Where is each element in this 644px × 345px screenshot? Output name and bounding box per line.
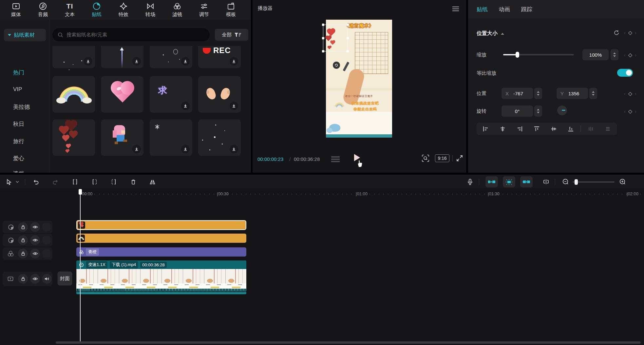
sidebar-item-vip[interactable]: VIP (13, 85, 22, 94)
preview-axis-icon[interactable] (540, 176, 552, 187)
sticker-item-rainbow[interactable] (52, 76, 95, 113)
preview-quality-icon[interactable] (421, 154, 430, 163)
sticker-item-qiu-text[interactable]: 求 (150, 76, 192, 113)
prev-keyframe-icon[interactable]: ‹ (624, 109, 626, 114)
prev-keyframe-icon[interactable]: ‹ (624, 52, 626, 58)
hide-track-button[interactable] (30, 249, 40, 259)
fullscreen-icon[interactable] (456, 154, 464, 162)
sticker-item-pink-heart[interactable] (101, 76, 143, 113)
rotation-value-field[interactable]: 0° (502, 105, 533, 117)
tab-tracking[interactable]: 跟踪 (521, 6, 532, 13)
uniform-scale-toggle[interactable] (617, 69, 633, 77)
next-keyframe-icon[interactable]: › (635, 30, 636, 35)
mute-track-button[interactable] (42, 274, 52, 284)
sticker-item-star-dots[interactable] (198, 119, 241, 156)
download-icon[interactable] (181, 145, 190, 153)
auto-preview-toggle[interactable] (503, 176, 515, 187)
hide-track-button[interactable] (30, 235, 40, 245)
sticker-item-bubbles[interactable] (150, 46, 192, 68)
zoom-in-icon[interactable] (617, 176, 628, 187)
sidebar-item-cover[interactable]: 遮挡 (13, 169, 24, 173)
distribute-vertical-icon[interactable] (600, 124, 615, 134)
keyframe-diamond-icon[interactable]: ◇ (628, 108, 632, 114)
scale-value-field[interactable]: 100% (582, 49, 609, 60)
hamburger-menu-icon[interactable] (452, 7, 459, 11)
slider-thumb[interactable] (575, 179, 578, 185)
next-keyframe-icon[interactable]: › (635, 52, 636, 58)
resize-handle[interactable] (347, 24, 349, 26)
sticker-item-spark[interactable] (150, 119, 192, 156)
keyframe-diamond-icon[interactable]: ◇ (628, 52, 632, 58)
video-preview[interactable]: 《迷宫魔术》 教你一秒破解迷宫魔术 快来挑战迷宫吧 你能走出来吗 (326, 20, 392, 138)
resize-handle[interactable] (322, 24, 324, 26)
sidebar-item-maillard[interactable]: 美拉德 (13, 102, 30, 112)
keyframe-diamond-icon[interactable]: ◇ (628, 29, 632, 36)
select-tool-dropdown-icon[interactable] (14, 176, 21, 187)
nav-media[interactable]: 媒体 (3, 1, 29, 19)
nav-sticker[interactable]: 贴纸 (83, 1, 110, 19)
sticker-item-hearts-cluster[interactable] (52, 119, 95, 156)
filter-clip[interactable]: 青橙 (76, 247, 246, 257)
step-down-icon[interactable] (592, 94, 595, 96)
download-icon[interactable] (132, 145, 141, 153)
scale-stepper[interactable] (611, 49, 618, 60)
filter-all-button[interactable]: 全部 (215, 29, 248, 41)
align-right-icon[interactable] (513, 124, 527, 134)
nav-templates[interactable]: 模板 (218, 1, 244, 19)
nav-audio[interactable]: 音频 (29, 1, 56, 19)
keyframe-control[interactable]: ‹◇› (624, 108, 636, 114)
tab-sticker[interactable]: 贴纸 (477, 6, 488, 13)
keyframe-diamond-icon[interactable]: ◇ (628, 90, 632, 97)
split-button[interactable] (69, 176, 81, 187)
trim-left-button[interactable] (89, 176, 100, 187)
timeline-zoom-slider[interactable] (573, 182, 615, 182)
section-position-size[interactable]: 位置大小 (477, 30, 504, 37)
step-down-icon[interactable] (537, 94, 540, 96)
rotate-handle-icon[interactable] (333, 62, 340, 69)
align-bottom-icon[interactable] (563, 124, 578, 134)
cover-button[interactable]: 封面 (58, 272, 72, 285)
magnetic-snap-toggle[interactable] (485, 176, 498, 187)
next-keyframe-icon[interactable]: › (635, 109, 636, 114)
trim-right-button[interactable] (108, 176, 119, 187)
position-y-field[interactable]: Y 1356 (557, 88, 588, 99)
resize-handle[interactable] (347, 37, 349, 39)
sticker-clip-1-selected[interactable] (76, 220, 246, 230)
sticker-item-pixel-girl[interactable] (101, 119, 143, 156)
playhead-handle[interactable] (79, 189, 82, 195)
position-y-stepper[interactable] (589, 88, 597, 99)
rotation-stepper[interactable] (534, 105, 542, 117)
delete-button[interactable] (128, 176, 139, 187)
sticker-item-heart-hands[interactable] (198, 76, 241, 113)
align-center-vertical-icon[interactable] (547, 124, 561, 134)
link-clips-toggle[interactable] (520, 176, 533, 187)
select-tool-button[interactable] (3, 176, 14, 187)
nav-transitions[interactable]: 转场 (137, 1, 164, 19)
sidebar-section-sticker-material[interactable]: 贴纸素材 (4, 29, 46, 41)
redo-button[interactable] (50, 176, 61, 187)
download-icon[interactable] (84, 57, 92, 66)
lock-track-button[interactable] (18, 249, 28, 259)
download-icon[interactable] (181, 57, 190, 66)
nav-adjust[interactable]: 调节 (191, 1, 218, 19)
lock-track-button[interactable] (18, 274, 28, 284)
step-up-icon[interactable] (537, 109, 540, 110)
download-icon[interactable] (230, 102, 238, 110)
prev-keyframe-icon[interactable]: ‹ (624, 91, 626, 96)
sticker-item-rec[interactable]: REC (198, 46, 241, 68)
keyframe-control[interactable]: ‹◇› (624, 29, 636, 36)
align-top-icon[interactable] (530, 124, 544, 134)
undo-button[interactable] (30, 176, 41, 187)
step-up-icon[interactable] (537, 91, 540, 93)
next-keyframe-icon[interactable]: › (635, 91, 636, 96)
selection-box[interactable] (323, 25, 348, 51)
step-up-icon[interactable] (592, 91, 595, 93)
timeline-ruler[interactable]: 00:00 |00:30 |01:00 |01:30 |02:00 (0, 189, 644, 199)
prev-keyframe-icon[interactable]: ‹ (624, 30, 626, 35)
reset-icon[interactable] (613, 29, 620, 36)
sidebar-item-autumn[interactable]: 秋日 (13, 119, 24, 129)
aspect-ratio-button[interactable]: 9:16 (435, 154, 449, 162)
distribute-horizontal-icon[interactable] (583, 124, 598, 134)
download-icon[interactable] (230, 57, 238, 66)
step-down-icon[interactable] (537, 112, 540, 113)
